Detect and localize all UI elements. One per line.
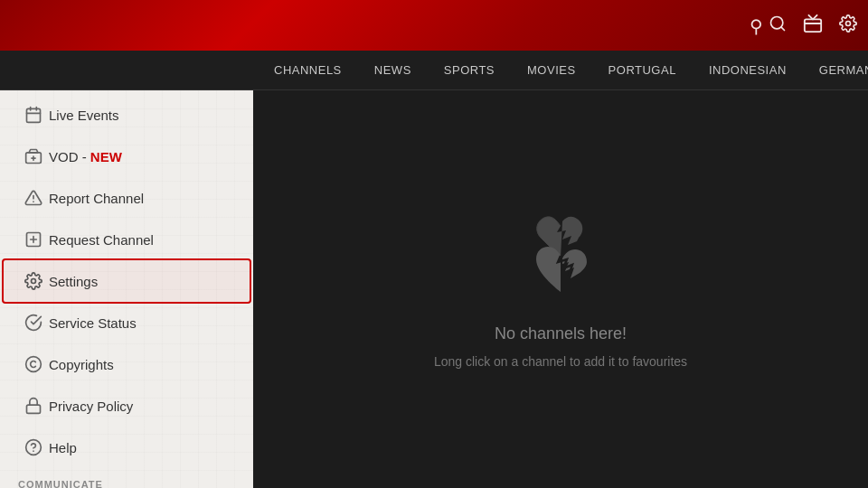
copyright-icon — [18, 355, 49, 373]
svg-point-17 — [32, 279, 36, 284]
sidebar-item-live-events[interactable]: Live Events — [4, 94, 250, 136]
check-circle-icon — [18, 314, 49, 332]
empty-state: No channels here! Long click on a channe… — [434, 211, 687, 369]
nav-bar: CHANNELS NEWS SPORTS MOVIES PORTUGAL IND… — [0, 51, 868, 90]
svg-point-4 — [846, 21, 851, 25]
nav-news[interactable]: NEWS — [358, 51, 428, 90]
sidebar-item-settings[interactable]: Settings — [4, 260, 250, 302]
content-area: No channels here! Long click on a channe… — [253, 90, 868, 488]
nav-channels[interactable]: CHANNELS — [258, 51, 358, 90]
top-bar: ⚲ — [0, 0, 868, 51]
calendar-icon — [18, 106, 49, 124]
plus-square-icon — [18, 230, 49, 249]
sidebar-report-channel-label: Report Channel — [49, 191, 144, 206]
sidebar-service-status-label: Service Status — [49, 315, 137, 331]
help-icon — [18, 438, 49, 456]
main-layout: Live Events VOD - NEW Report Channel — [0, 90, 868, 488]
sidebar-item-help[interactable]: Help — [4, 427, 250, 468]
svg-rect-2 — [805, 19, 821, 32]
lock-icon — [18, 397, 49, 415]
svg-rect-5 — [27, 108, 41, 122]
sidebar-item-service-status[interactable]: Service Status — [4, 302, 250, 343]
sidebar-copyrights-label: Copyrights — [49, 357, 114, 372]
sidebar-item-vod[interactable]: VOD - NEW — [4, 136, 250, 177]
nav-indonesian[interactable]: INDONESIAN — [693, 51, 803, 90]
empty-state-title: No channels here! — [495, 324, 627, 343]
sidebar-help-label: Help — [49, 440, 77, 455]
sidebar-request-channel-label: Request Channel — [49, 232, 154, 248]
nav-movies[interactable]: MOVIES — [511, 51, 592, 90]
warning-icon — [18, 189, 49, 207]
sidebar-item-copyrights[interactable]: Copyrights — [4, 343, 250, 385]
svg-line-1 — [781, 26, 785, 30]
empty-state-subtitle: Long click on a channel to add it to fav… — [434, 354, 687, 369]
nav-portugal[interactable]: PORTUGAL — [592, 51, 693, 90]
settings-gear-icon[interactable] — [839, 14, 857, 37]
sidebar-live-events-label: Live Events — [49, 108, 119, 123]
sidebar-item-report-channel[interactable]: Report Channel — [4, 177, 250, 219]
sidebar-privacy-policy-label: Privacy Policy — [49, 399, 133, 414]
clapper-icon[interactable] — [803, 14, 823, 38]
nav-sports[interactable]: SPORTS — [428, 51, 511, 90]
sidebar-item-privacy-policy[interactable]: Privacy Policy — [4, 385, 250, 427]
settings-icon — [18, 272, 49, 290]
sidebar: Live Events VOD - NEW Report Channel — [0, 90, 253, 488]
sidebar-settings-label: Settings — [49, 274, 98, 289]
svg-rect-19 — [27, 405, 41, 413]
top-bar-right: ⚲ — [750, 14, 857, 38]
nav-german[interactable]: GERMAN — [803, 51, 868, 90]
communicate-section-label: Communicate — [0, 468, 253, 488]
svg-point-18 — [26, 357, 42, 372]
sidebar-item-request-channel[interactable]: Request Channel — [4, 219, 250, 260]
film-icon — [18, 147, 49, 165]
broken-heart-detail-icon — [533, 243, 589, 296]
search-icon[interactable]: ⚲ — [750, 14, 787, 37]
sidebar-vod-label: VOD - NEW — [49, 149, 122, 164]
